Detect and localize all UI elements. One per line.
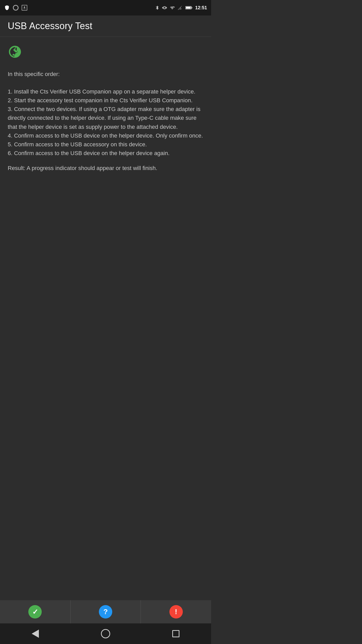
step-6: 6. Confirm access to the USB device on t…: [8, 150, 170, 156]
instructions-header: In this specific order:: [8, 71, 60, 77]
nav-bar: [0, 623, 211, 644]
svg-rect-2: [186, 7, 191, 9]
step-2: 2. Start the accessory test companion in…: [8, 97, 193, 104]
signal-icon: [178, 5, 183, 10]
instructions-container: In this specific order: 1. Install the C…: [8, 70, 203, 158]
home-icon: [101, 629, 110, 638]
main-content: In this specific order: 1. Install the C…: [0, 37, 211, 178]
bluetooth-icon: [155, 5, 160, 11]
fail-button-icon: !: [175, 608, 177, 616]
status-bar-left-icons: [4, 5, 27, 11]
step-5: 5. Confirm access to the USB accessory o…: [8, 141, 147, 148]
pass-button[interactable]: ✓: [0, 600, 71, 623]
step-1: 1. Install the Cts Verifier USB Companio…: [8, 88, 195, 95]
usb-icon: [8, 45, 203, 62]
step-4: 4. Confirm access to the USB device on t…: [8, 132, 203, 139]
back-button[interactable]: [28, 626, 43, 641]
svg-rect-1: [192, 7, 192, 8]
battery-icon: [185, 6, 193, 10]
fail-button[interactable]: !: [141, 600, 211, 623]
overview-icon: [172, 630, 179, 637]
fail-button-circle: !: [169, 605, 183, 618]
app-bar: USB Accessory Test: [0, 15, 211, 37]
result-text: Result: A progress indicator should appe…: [8, 164, 203, 173]
pass-button-icon: ✓: [32, 608, 38, 616]
step-3: 3. Connect the two devices. If using a O…: [8, 106, 200, 130]
page-title: USB Accessory Test: [8, 21, 203, 31]
bottom-buttons-bar: ✓ ? !: [0, 600, 211, 623]
shield-icon: [4, 5, 10, 11]
status-bar-right-icons: 12:51: [155, 5, 207, 11]
info-button-circle: ?: [99, 605, 112, 618]
info-button[interactable]: ?: [71, 600, 141, 623]
info-button-icon: ?: [103, 608, 108, 616]
vibrate-icon: [162, 5, 167, 11]
home-button[interactable]: [98, 626, 113, 641]
wifi-icon: [169, 5, 175, 10]
overview-button[interactable]: [168, 626, 184, 641]
status-time: 12:51: [195, 5, 207, 11]
download-icon: [22, 5, 27, 11]
record-icon: [13, 5, 19, 11]
status-bar: 12:51: [0, 0, 211, 15]
back-icon: [32, 630, 39, 638]
pass-button-circle: ✓: [28, 605, 42, 618]
